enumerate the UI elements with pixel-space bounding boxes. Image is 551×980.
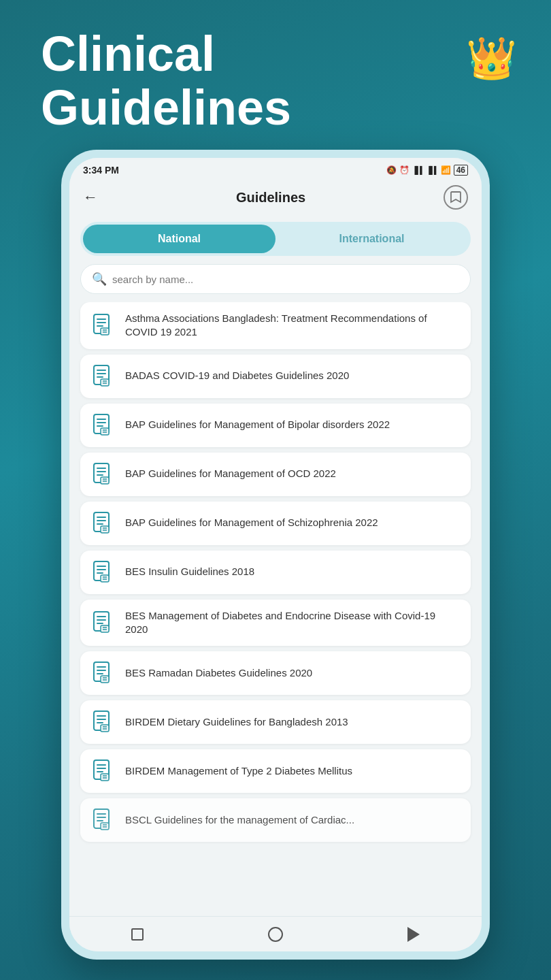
bookmark-button[interactable]: [444, 185, 468, 210]
guideline-text: BADAS COVID-19 and Diabetes Guidelines 2…: [125, 369, 349, 382]
svg-rect-4: [101, 328, 109, 335]
svg-rect-38: [97, 572, 103, 574]
list-item[interactable]: BAP Guidelines for Management of Bipolar…: [80, 404, 471, 447]
svg-rect-46: [101, 625, 109, 632]
bookmark-icon: [450, 191, 462, 204]
guideline-text: Asthma Associations Bangladesh: Treatmen…: [125, 312, 460, 340]
mute-icon: 🔕: [386, 165, 397, 175]
tab-national[interactable]: National: [83, 225, 276, 253]
guideline-text: BIRDEM Dietary Guidelines for Bangladesh…: [125, 715, 348, 729]
guideline-text: BES Ramadan Diabetes Guidelines 2020: [125, 666, 312, 680]
svg-rect-53: [101, 676, 109, 683]
guidelines-list: Asthma Associations Bangladesh: Treatmen…: [69, 302, 482, 916]
svg-rect-71: [97, 813, 106, 815]
svg-rect-3: [97, 325, 103, 327]
list-item[interactable]: BADAS COVID-19 and Diabetes Guidelines 2…: [80, 355, 471, 398]
search-container: 🔍: [80, 264, 471, 294]
svg-rect-72: [97, 817, 106, 818]
phone-screen: 3:34 PM 🔕 ⏰ ▐▌▌ ▐▌▌ 📶 46 ← Guidelines Na…: [69, 158, 482, 951]
search-input[interactable]: [112, 274, 459, 285]
svg-rect-65: [97, 768, 106, 769]
signal-icon1: ▐▌▌: [412, 166, 424, 175]
svg-rect-16: [97, 422, 106, 423]
document-icon: [91, 560, 116, 585]
document-icon: [91, 364, 116, 389]
guideline-text: BES Management of Diabetes and Endocrine…: [125, 609, 460, 637]
document-icon: [91, 759, 116, 783]
back-icon: [407, 927, 420, 942]
document-icon: [91, 610, 116, 635]
svg-rect-36: [97, 566, 106, 567]
svg-rect-17: [97, 425, 103, 427]
document-icon: [91, 511, 116, 536]
svg-rect-30: [97, 520, 106, 521]
list-item[interactable]: BES Ramadan Diabetes Guidelines 2020: [80, 651, 471, 695]
svg-rect-58: [97, 719, 106, 720]
list-item[interactable]: BES Management of Diabetes and Endocrine…: [80, 600, 471, 647]
svg-rect-52: [97, 673, 103, 674]
guideline-text: BIRDEM Management of Type 2 Diabetes Mel…: [125, 764, 352, 778]
svg-rect-45: [97, 623, 103, 624]
svg-rect-60: [101, 725, 109, 732]
svg-rect-29: [97, 517, 106, 518]
guideline-text: BAP Guidelines for Management of OCD 202…: [125, 467, 336, 480]
guideline-text: BES Insulin Guidelines 2018: [125, 565, 254, 578]
guideline-text: BSCL Guidelines for the management of Ca…: [125, 813, 354, 827]
svg-rect-31: [97, 523, 103, 525]
phone-frame: 3:34 PM 🔕 ⏰ ▐▌▌ ▐▌▌ 📶 46 ← Guidelines Na…: [61, 150, 490, 960]
svg-rect-37: [97, 569, 106, 570]
list-item[interactable]: BAP Guidelines for Management of OCD 202…: [80, 453, 471, 496]
page-title: Clinical Guidelines: [41, 27, 291, 135]
list-item[interactable]: Asthma Associations Bangladesh: Treatmen…: [80, 302, 471, 349]
header-title: Guidelines: [236, 190, 305, 206]
document-icon: [91, 661, 116, 685]
battery-icon: 46: [454, 165, 468, 176]
alarm-icon: ⏰: [399, 165, 410, 175]
search-icon: 🔍: [92, 272, 107, 287]
svg-rect-23: [97, 471, 106, 472]
svg-rect-24: [97, 474, 103, 476]
list-item[interactable]: BIRDEM Dietary Guidelines for Bangladesh…: [80, 700, 471, 744]
svg-rect-67: [101, 774, 109, 781]
list-item[interactable]: BIRDEM Management of Type 2 Diabetes Mel…: [80, 749, 471, 793]
svg-rect-2: [97, 322, 106, 323]
status-time: 3:34 PM: [83, 165, 119, 176]
svg-rect-25: [101, 477, 109, 484]
svg-rect-57: [97, 715, 106, 717]
svg-rect-11: [101, 379, 109, 386]
crown-icon: 👑: [466, 34, 517, 82]
svg-rect-73: [97, 820, 103, 821]
svg-rect-10: [97, 376, 103, 378]
bottom-nav: [69, 916, 482, 951]
svg-rect-66: [97, 771, 103, 772]
document-icon: [91, 710, 116, 734]
svg-rect-18: [101, 428, 109, 435]
svg-rect-59: [97, 722, 103, 723]
guideline-text: BAP Guidelines for Management of Bipolar…: [125, 418, 390, 431]
home-icon: [268, 927, 283, 942]
list-item[interactable]: BSCL Guidelines for the management of Ca…: [80, 798, 471, 842]
app-header: ← Guidelines: [69, 180, 482, 218]
svg-rect-64: [97, 764, 106, 766]
tab-switcher: National International: [80, 222, 471, 256]
list-item[interactable]: BES Insulin Guidelines 2018: [80, 551, 471, 594]
svg-rect-8: [97, 370, 106, 371]
svg-rect-44: [97, 619, 106, 621]
wifi-icon: 📶: [441, 165, 451, 175]
back-button[interactable]: ←: [83, 189, 98, 206]
signal-icon2: ▐▌▌: [427, 166, 438, 175]
tab-international[interactable]: International: [276, 225, 468, 253]
svg-rect-15: [97, 419, 106, 420]
svg-rect-1: [97, 318, 106, 320]
svg-rect-74: [101, 823, 109, 830]
svg-rect-43: [97, 616, 106, 617]
nav-recents-button[interactable]: [131, 928, 144, 941]
svg-rect-32: [101, 526, 109, 533]
guideline-text: BAP Guidelines for Management of Schizop…: [125, 516, 378, 529]
svg-rect-9: [97, 373, 106, 374]
recents-icon: [131, 928, 144, 941]
nav-back-button[interactable]: [407, 927, 420, 942]
nav-home-button[interactable]: [268, 927, 283, 942]
document-icon: [91, 808, 116, 832]
list-item[interactable]: BAP Guidelines for Management of Schizop…: [80, 502, 471, 545]
